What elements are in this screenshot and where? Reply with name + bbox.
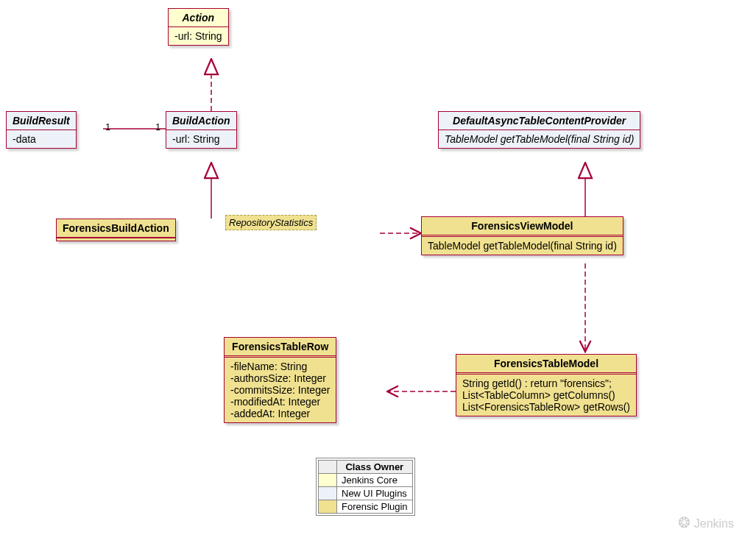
class-title: BuildResult: [7, 112, 76, 130]
class-title: ForensicsTableModel: [456, 355, 636, 375]
legend-label: New UI Plugins: [337, 487, 413, 500]
class-attrs: -fileName: String -authorsSize: Integer …: [225, 358, 336, 422]
class-title: BuildAction: [166, 112, 236, 130]
class-provider: DefaultAsyncTableContentProvider TableMo…: [438, 111, 640, 149]
class-tablerow: ForensicsTableRow -fileName: String -aut…: [224, 337, 336, 423]
class-title: ForensicsBuildAction: [57, 219, 175, 238]
class-title: ForensicsTableRow: [225, 338, 336, 358]
class-attr: -data: [7, 130, 76, 148]
multiplicity-right: 1: [155, 121, 160, 132]
class-forensicsbuildaction: ForensicsBuildAction: [56, 219, 176, 241]
class-viewmodel: ForensicsViewModel TableModel getTableMo…: [421, 216, 623, 255]
class-title: Action: [169, 9, 228, 27]
legend-label: Jenkins Core: [337, 474, 413, 487]
legend-swatch: [319, 487, 337, 500]
legend-swatch: [319, 500, 337, 514]
tag-repositorystatistics: RepositoryStatistics: [225, 215, 317, 230]
class-title: DefaultAsyncTableContentProvider: [439, 112, 640, 130]
multiplicity-left: 1: [105, 121, 110, 132]
legend-label: Forensic Plugin: [337, 500, 413, 514]
class-attr: -url: String: [169, 27, 228, 45]
legend: Class Owner Jenkins Core New UI Plugins …: [316, 458, 415, 516]
class-tablemodel: ForensicsTableModel String getId() : ret…: [456, 354, 637, 416]
legend-swatch: [319, 474, 337, 487]
class-title: ForensicsViewModel: [422, 217, 623, 237]
class-buildaction: BuildAction -url: String: [166, 111, 237, 149]
class-buildresult: BuildResult -data: [6, 111, 77, 149]
class-methods: String getId() : return "forensics"; Lis…: [456, 375, 636, 416]
legend-title: Class Owner: [337, 461, 413, 474]
class-method: TableModel getTableModel(final String id…: [422, 237, 623, 255]
class-action: Action -url: String: [168, 8, 229, 46]
class-attr: -url: String: [166, 130, 236, 148]
class-method: TableModel getTableModel(final String id…: [439, 130, 640, 148]
watermark: ❂ Jenkins: [678, 514, 734, 531]
